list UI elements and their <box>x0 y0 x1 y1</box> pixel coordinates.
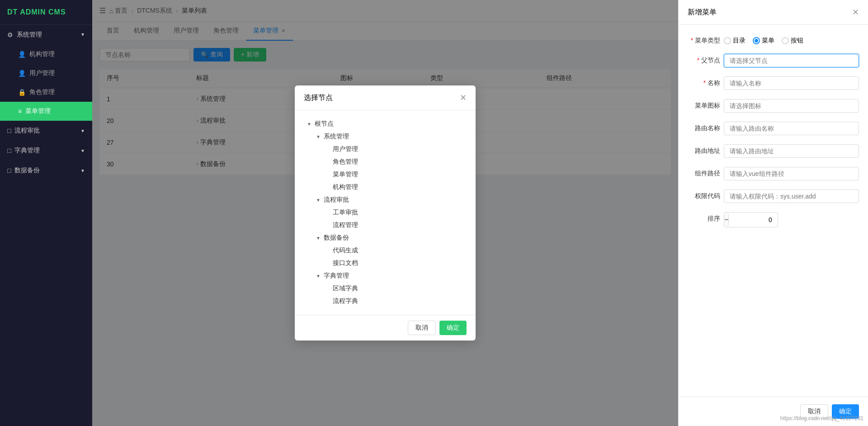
app-logo: DT ADMIN CMS <box>0 0 92 25</box>
sidebar-item-menu[interactable]: ≡ 菜单管理 <box>0 102 92 121</box>
name-input[interactable] <box>724 76 859 90</box>
tree-label-system: 系统管理 <box>324 133 349 141</box>
sort-value-input[interactable] <box>728 214 778 225</box>
chevron-down-icon2: ▼ <box>80 148 85 153</box>
sidebar-item-user-label: 用户管理 <box>29 69 55 77</box>
route-addr-label: 路由地址 <box>688 144 724 155</box>
sort-stepper: − + <box>724 212 778 227</box>
radio-button[interactable]: 按钮 <box>782 37 803 45</box>
tree-item-ticket-approval[interactable]: 工单审批 <box>322 206 467 219</box>
sidebar-item-user[interactable]: 👤 用户管理 <box>0 64 92 83</box>
sidebar-group-backup-header[interactable]: □ 数据备份 ▼ <box>0 161 92 180</box>
right-panel-title: 新增菜单 <box>688 8 717 17</box>
tree-root-children: ▼ 系统管理 用户管理 角色管理 <box>304 130 467 308</box>
tree-item-backup[interactable]: ▼ 数据备份 <box>313 232 467 244</box>
chevron-down-icon: ▼ <box>80 128 85 133</box>
tree-label-code-gen: 代码生成 <box>333 246 358 255</box>
tree-item-code-gen[interactable]: 代码生成 <box>322 244 467 257</box>
right-panel-body: 菜单类型 目录 菜单 按钮 <box>679 25 868 397</box>
tree-label-dict: 字典管理 <box>324 272 349 280</box>
modal-confirm-button[interactable]: 确定 <box>439 321 467 335</box>
tree-node-dict: ▼ 字典管理 区域字典 流程字典 <box>313 270 467 308</box>
form-row-parent: 父节点 <box>688 54 859 67</box>
radio-menu-circle <box>753 37 760 44</box>
form-row-name: 名称 <box>688 76 859 90</box>
chevron-down-icon3: ▼ <box>80 168 85 173</box>
sidebar-group-dict-label: 字典管理 <box>14 147 40 155</box>
tree-children-workflow: 工单审批 流程管理 <box>313 206 467 232</box>
parent-node-input[interactable] <box>724 54 859 67</box>
modal-body: ▼ 根节点 ▼ 系统管理 <box>295 110 476 315</box>
component-label: 组件路径 <box>688 167 724 178</box>
chevron-up-icon: ▲ <box>80 33 85 38</box>
component-input[interactable] <box>724 167 859 180</box>
name-field <box>724 76 859 90</box>
tree-label-region-dict: 区域字典 <box>333 284 358 293</box>
route-name-input[interactable] <box>724 122 859 135</box>
sidebar-group-backup-label: 数据备份 <box>14 166 40 175</box>
route-name-label: 路由名称 <box>688 122 724 133</box>
sidebar-group-system-header[interactable]: ⚙ 系统管理 ▲ <box>0 25 92 45</box>
tree-label-user-mgmt: 用户管理 <box>333 145 358 153</box>
tree-label-process-mgmt: 流程管理 <box>333 221 358 229</box>
institution-icon: 👤 <box>18 51 26 58</box>
sidebar-item-institution[interactable]: 👤 机构管理 <box>0 45 92 64</box>
tree-children-dict: 区域字典 流程字典 <box>313 282 467 308</box>
sidebar-group-dict-header[interactable]: □ 字典管理 ▼ <box>0 141 92 161</box>
radio-directory[interactable]: 目录 <box>724 37 745 45</box>
user-icon: 👤 <box>18 70 26 77</box>
sidebar-group-dict: □ 字典管理 ▼ <box>0 141 92 161</box>
sort-label: 排序 <box>688 212 724 223</box>
radio-directory-circle <box>724 37 731 44</box>
tree-item-role-mgmt[interactable]: 角色管理 <box>322 156 467 168</box>
route-addr-input[interactable] <box>724 144 859 158</box>
right-panel-close-button[interactable]: ✕ <box>852 7 859 17</box>
sort-field: − + <box>724 212 859 227</box>
modal-cancel-button[interactable]: 取消 <box>408 321 436 335</box>
tree-label-backup: 数据备份 <box>324 234 349 242</box>
tree-expand-workflow-icon: ▼ <box>315 196 322 204</box>
tree-item-api-doc[interactable]: 接口文档 <box>322 257 467 270</box>
sidebar-group-workflow-header[interactable]: □ 流程审批 ▼ <box>0 121 92 141</box>
radio-menu[interactable]: 菜单 <box>753 37 774 45</box>
tree-root-item[interactable]: ▼ 根节点 <box>304 118 467 130</box>
tree-expand-icon: ▼ <box>306 120 313 128</box>
modal-close-button[interactable]: ✕ <box>460 93 467 103</box>
menu-type-radio-group: 目录 菜单 按钮 <box>724 34 859 45</box>
tree-item-region-dict[interactable]: 区域字典 <box>322 282 467 295</box>
gear-icon: ⚙ <box>7 31 13 38</box>
sidebar: DT ADMIN CMS ⚙ 系统管理 ▲ 👤 机构管理 👤 用户管理 <box>0 0 92 426</box>
tree-item-institution-mgmt[interactable]: 机构管理 <box>322 181 467 194</box>
tree-label-institution-mgmt: 机构管理 <box>333 183 358 191</box>
sidebar-group-system-items: 👤 机构管理 👤 用户管理 🔒 角色管理 ≡ 菜单管理 <box>0 45 92 121</box>
radio-button-label: 按钮 <box>791 37 803 45</box>
icon-input[interactable] <box>724 99 859 113</box>
tree-children-system: 用户管理 角色管理 菜单管理 <box>313 143 467 194</box>
parent-node-label: 父节点 <box>688 54 724 65</box>
tree-item-workflow[interactable]: ▼ 流程审批 <box>313 194 467 206</box>
modal: 选择节点 ✕ ▼ 根节点 ▼ 系统管理 <box>295 85 476 341</box>
workflow-icon: □ <box>7 127 11 134</box>
form-row-menu-type: 菜单类型 目录 菜单 按钮 <box>688 34 859 45</box>
tree-item-process-mgmt[interactable]: 流程管理 <box>322 219 467 232</box>
sidebar-item-role[interactable]: 🔒 角色管理 <box>0 83 92 102</box>
tree-root: ▼ 根节点 ▼ 系统管理 <box>304 118 467 308</box>
tree-item-user-mgmt[interactable]: 用户管理 <box>322 143 467 156</box>
sidebar-item-menu-label: 菜单管理 <box>25 107 51 115</box>
component-field <box>724 167 859 180</box>
tree-expand-system-icon: ▼ <box>315 133 322 140</box>
sidebar-group-workflow: □ 流程审批 ▼ <box>0 121 92 141</box>
tree-label-workflow: 流程审批 <box>324 196 349 204</box>
tree-label-api-doc: 接口文档 <box>333 259 358 267</box>
sidebar-group-workflow-label: 流程审批 <box>14 127 40 135</box>
sort-decrement-button[interactable]: − <box>724 213 728 227</box>
tree-item-dict[interactable]: ▼ 字典管理 <box>313 270 467 282</box>
right-panel: 新增菜单 ✕ 菜单类型 目录 菜单 按钮 <box>678 0 868 426</box>
tree-item-process-dict[interactable]: 流程字典 <box>322 295 467 308</box>
form-row-icon: 菜单图标 <box>688 99 859 113</box>
role-icon: 🔒 <box>18 89 26 96</box>
permission-input[interactable] <box>724 189 859 203</box>
tree-item-system[interactable]: ▼ 系统管理 <box>313 130 467 143</box>
tree-item-menu-mgmt[interactable]: 菜单管理 <box>322 168 467 181</box>
tree-expand-dict-icon: ▼ <box>315 272 322 279</box>
